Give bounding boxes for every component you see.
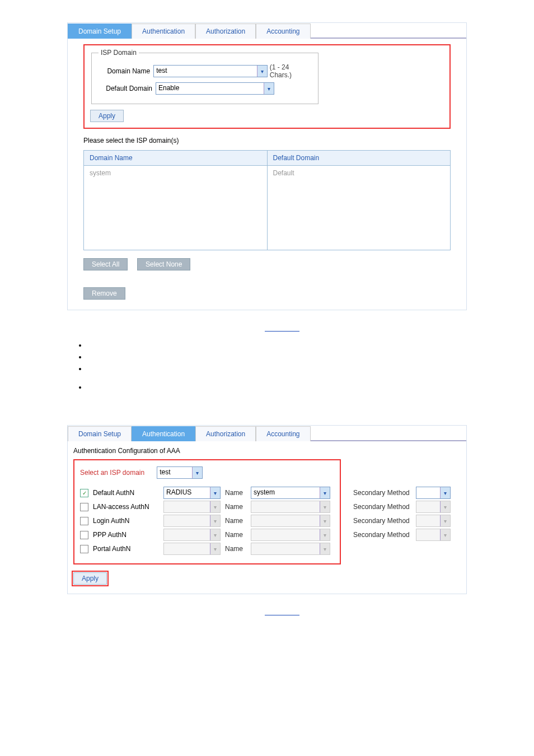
tab-bar: Domain Setup Authentication Authorizatio… — [68, 23, 466, 39]
figure-anchor[interactable] — [265, 605, 299, 615]
secondary-row: Secondary Method▾ — [349, 529, 461, 541]
domain-setup-panel: Domain Setup Authentication Authorizatio… — [67, 22, 467, 310]
chevron-down-icon: ▾ — [440, 515, 450, 526]
chevron-down-icon: ▾ — [320, 501, 330, 512]
isp-domain-fieldset: ISP Domain Domain Name ▾ (1 - 24 Chars.)… — [91, 49, 318, 104]
chevron-down-icon: ▾ — [320, 515, 330, 526]
name-label: Name — [225, 545, 246, 553]
isp-domain-select[interactable]: test ▾ — [157, 466, 203, 479]
method-select: ▾ — [163, 543, 221, 555]
figure-caption-link — [67, 321, 467, 330]
chevron-down-icon[interactable]: ▾ — [320, 487, 330, 498]
domain-name-combo[interactable]: ▾ — [153, 65, 268, 77]
method-value — [164, 501, 210, 511]
method-select: ▾ — [163, 529, 221, 541]
chevron-down-icon[interactable]: ▾ — [440, 487, 450, 498]
scheme-name-select: ▾ — [251, 543, 330, 555]
chevron-down-icon: ▾ — [320, 529, 330, 540]
method-select: ▾ — [163, 515, 221, 527]
scheme-name-select: ▾ — [251, 529, 330, 541]
name-label: Name — [225, 531, 246, 539]
fieldset-legend: ISP Domain — [99, 49, 139, 57]
default-domain-label: Default Domain — [99, 85, 152, 92]
col-domain-name[interactable]: Domain Name — [84, 151, 268, 165]
auth-type-label: PPP AuthN — [93, 531, 159, 539]
auth-title: Authentication Configuration of AAA — [73, 447, 461, 455]
tab-authentication[interactable]: Authentication — [132, 426, 195, 441]
tab-accounting[interactable]: Accounting — [256, 426, 310, 441]
checkbox[interactable] — [80, 545, 88, 553]
auth-type-label: Portal AuthN — [93, 545, 159, 553]
method-value — [164, 515, 210, 525]
scheme-name-value — [251, 529, 320, 539]
method-select[interactable]: RADIUS▾ — [163, 487, 221, 499]
method-value: RADIUS — [164, 487, 210, 497]
bullet-list — [87, 341, 467, 373]
tab-accounting[interactable]: Accounting — [256, 24, 310, 39]
apply-button[interactable]: Apply — [73, 572, 107, 585]
chevron-down-icon[interactable]: ▾ — [210, 487, 220, 498]
method-select: ▾ — [163, 501, 221, 513]
checkbox[interactable] — [80, 517, 88, 525]
checkbox[interactable]: ✓ — [80, 489, 88, 497]
secondary-method-label: Secondary Method — [353, 503, 411, 511]
select-all-button[interactable]: Select All — [83, 258, 128, 270]
figure-anchor[interactable] — [265, 321, 299, 332]
tab-authentication[interactable]: Authentication — [132, 24, 195, 39]
auth-row: Portal AuthN▾Name▾ — [80, 543, 334, 555]
checkbox[interactable] — [80, 503, 88, 511]
select-domain-prompt: Please select the ISP domain(s) — [83, 137, 451, 144]
method-value — [164, 543, 210, 553]
auth-type-label: LAN-access AuthN — [93, 503, 159, 511]
chevron-down-icon[interactable]: ▾ — [257, 66, 267, 77]
name-label: Name — [225, 503, 246, 511]
checkbox[interactable] — [80, 531, 88, 539]
col-default-domain[interactable]: Default Domain — [268, 151, 451, 165]
default-domain-combo[interactable]: Enable ▾ — [156, 82, 274, 95]
scheme-name-value — [251, 515, 320, 525]
tab-authorization[interactable]: Authorization — [195, 426, 256, 441]
secondary-row: Secondary Method▾ — [349, 515, 461, 527]
name-label: Name — [225, 517, 246, 525]
auth-row: LAN-access AuthN▾Name▾ — [80, 501, 334, 513]
domain-table: Domain Name Default Domain system Defaul… — [83, 150, 451, 250]
chevron-down-icon: ▾ — [210, 501, 220, 512]
secondary-method-select: ▾ — [416, 501, 451, 513]
cell-domain-name[interactable]: system — [84, 166, 268, 250]
scheme-name-select[interactable]: system▾ — [251, 487, 330, 499]
secondary-row: Secondary Method▾ — [349, 487, 461, 499]
auth-type-label: Login AuthN — [93, 517, 159, 525]
auth-row: ✓Default AuthNRADIUS▾Namesystem▾ — [80, 487, 334, 499]
scheme-name-value — [251, 543, 320, 553]
auth-type-label: Default AuthN — [93, 489, 159, 497]
scheme-name-select: ▾ — [251, 515, 330, 527]
tab-domain-setup[interactable]: Domain Setup — [68, 426, 132, 441]
chevron-down-icon: ▾ — [320, 543, 330, 554]
auth-row: Login AuthN▾Name▾ — [80, 515, 334, 527]
secondary-method-select: ▾ — [416, 515, 451, 527]
remove-button[interactable]: Remove — [83, 287, 125, 300]
tab-bar: Domain Setup Authentication Authorizatio… — [68, 426, 466, 441]
domain-name-input[interactable] — [154, 66, 257, 76]
secondary-method-select[interactable]: ▾ — [416, 487, 451, 499]
scheme-name-select: ▾ — [251, 501, 330, 513]
select-none-button[interactable]: Select None — [137, 258, 190, 270]
scheme-name-value: system — [251, 487, 320, 497]
apply-button[interactable]: Apply — [90, 110, 124, 122]
name-label: Name — [225, 489, 246, 497]
chevron-down-icon[interactable]: ▾ — [264, 83, 274, 94]
figure-caption-link-2 — [67, 605, 467, 614]
scheme-name-value — [251, 501, 320, 511]
tab-domain-setup[interactable]: Domain Setup — [68, 24, 132, 39]
default-domain-value: Enable — [156, 83, 264, 93]
secondary-method-label: Secondary Method — [353, 489, 411, 497]
method-value — [164, 529, 210, 539]
bullet-item — [87, 353, 467, 361]
authentication-panel: Domain Setup Authentication Authorizatio… — [67, 425, 467, 594]
chevron-down-icon[interactable]: ▾ — [192, 467, 202, 478]
cell-default-domain: Default — [268, 166, 451, 250]
bullet-list — [87, 383, 467, 391]
secondary-method-label: Secondary Method — [353, 531, 411, 539]
secondary-method-select: ▾ — [416, 529, 451, 541]
tab-authorization[interactable]: Authorization — [195, 24, 256, 39]
